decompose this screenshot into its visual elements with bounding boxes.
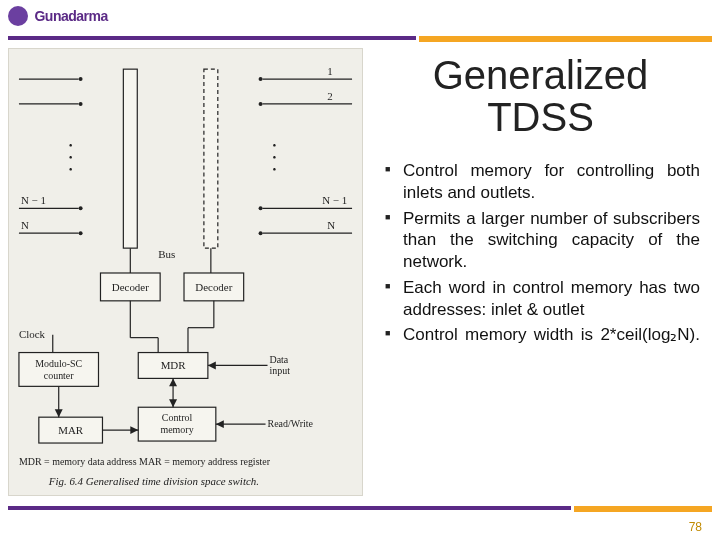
svg-text:Control: Control	[162, 412, 193, 423]
svg-text:•: •	[69, 163, 73, 175]
slide-title: Generalized TDSS	[381, 54, 700, 138]
brand-logo: Gunadarma	[8, 6, 138, 34]
fig-legend: MDR = memory data address MAR = memory a…	[19, 456, 271, 467]
bullet-item: Each word in control memory has two addr…	[385, 277, 700, 321]
bullet-item: Control memory width is 2*ceil(log₂N).	[385, 324, 700, 346]
top-divider	[8, 36, 712, 42]
fig-label-mar: MAR	[58, 424, 84, 436]
fig-label-datain: Data	[270, 354, 289, 365]
svg-point-31	[259, 231, 263, 235]
svg-point-25	[79, 102, 83, 106]
svg-text:N: N	[21, 219, 29, 231]
bullet-item: Control memory for controlling both inle…	[385, 160, 700, 204]
svg-point-24	[79, 77, 83, 81]
diagram-figure: .bx{fill:#f6f5ef;stroke:#222;stroke-widt…	[8, 48, 363, 496]
bullet-list: Control memory for controlling both inle…	[381, 160, 700, 346]
svg-text:•: •	[273, 151, 277, 163]
svg-rect-22	[123, 69, 137, 248]
bottom-divider	[8, 506, 712, 512]
svg-point-26	[79, 206, 83, 210]
fig-label-decoder-l: Decoder	[112, 281, 149, 293]
svg-point-30	[259, 206, 263, 210]
fig-label-mdr: MDR	[161, 359, 187, 371]
brand-name: Gunadarma	[34, 8, 107, 24]
svg-point-29	[259, 102, 263, 106]
fig-label-bus: Bus	[158, 248, 175, 260]
fig-caption: Fig. 6.4 Generalised time division space…	[48, 475, 259, 487]
svg-marker-60	[130, 426, 138, 434]
svg-text:Modulo-SC: Modulo-SC	[35, 358, 82, 369]
svg-text:•: •	[69, 151, 73, 163]
svg-rect-23	[204, 69, 218, 248]
svg-text:memory: memory	[160, 424, 193, 435]
svg-point-27	[79, 231, 83, 235]
bullet-item: Permits a larger number of subscribers t…	[385, 208, 700, 273]
fig-label-2: 2	[327, 90, 332, 102]
brand-badge-icon	[8, 6, 28, 26]
svg-marker-42	[208, 361, 216, 369]
svg-point-28	[259, 77, 263, 81]
svg-text:N − 1: N − 1	[21, 194, 46, 206]
fig-label-nm1: N − 1	[322, 194, 347, 206]
svg-text:counter: counter	[44, 370, 74, 381]
svg-text:•: •	[69, 139, 73, 151]
svg-marker-62	[216, 420, 224, 428]
fig-label-1: 1	[327, 65, 332, 77]
fig-label-rw: Read/Write	[268, 418, 314, 429]
svg-text:•: •	[273, 139, 277, 151]
fig-label-n: N	[327, 219, 335, 231]
fig-label-decoder-r: Decoder	[195, 281, 232, 293]
fig-label-clock: Clock	[19, 328, 46, 340]
svg-marker-58	[169, 399, 177, 407]
svg-marker-57	[169, 378, 177, 386]
svg-marker-52	[55, 409, 63, 417]
page-number: 78	[689, 520, 702, 534]
svg-text:input: input	[270, 365, 291, 376]
svg-text:•: •	[273, 163, 277, 175]
